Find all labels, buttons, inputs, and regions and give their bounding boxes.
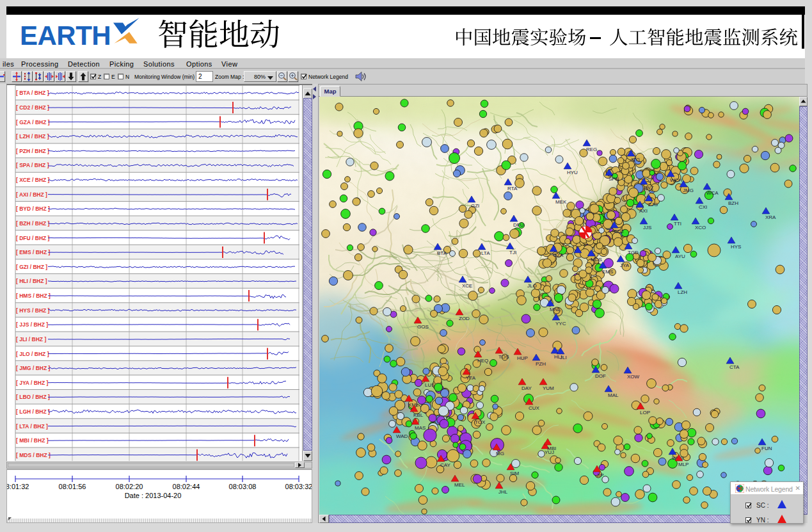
svg-text:[ BZH / BHZ ]: [ BZH / BHZ ] bbox=[16, 220, 50, 227]
svg-text:[ AXI / BHZ ]: [ AXI / BHZ ] bbox=[16, 191, 47, 198]
svg-text:MG: MG bbox=[496, 451, 504, 456]
svg-text:[ HYS / BHZ ]: [ HYS / BHZ ] bbox=[16, 307, 50, 314]
svg-text:[ BYD / BHZ ]: [ BYD / BHZ ] bbox=[16, 206, 50, 212]
svg-text:EARTH: EARTH bbox=[20, 20, 111, 48]
svg-text:[ BTA / BHZ ]: [ BTA / BHZ ] bbox=[16, 90, 49, 96]
svg-text:ZJG: ZJG bbox=[648, 202, 658, 207]
svg-text:[ EMS / BHZ ]: [ EMS / BHZ ] bbox=[16, 249, 51, 255]
svg-text:JIP: JIP bbox=[596, 472, 604, 478]
svg-text:FUN: FUN bbox=[761, 446, 772, 451]
svg-text:[ XCE / BHZ ]: [ XCE / BHZ ] bbox=[16, 177, 50, 183]
svg-text:LOP: LOP bbox=[640, 410, 650, 415]
svg-text:08:01:56: 08:01:56 bbox=[59, 483, 86, 490]
svg-text:JWZ: JWZ bbox=[643, 185, 654, 191]
svg-text:[ JMG / BHZ ]: [ JMG / BHZ ] bbox=[16, 365, 51, 371]
svg-text:HYU: HYU bbox=[567, 170, 578, 175]
svg-text:[ JJS / BHZ ]: [ JJS / BHZ ] bbox=[16, 321, 48, 328]
svg-text:[ CD2 / BHZ ]: [ CD2 / BHZ ] bbox=[16, 104, 49, 111]
svg-text:CUX: CUX bbox=[529, 405, 540, 411]
svg-text:[ LTA / BHZ ]: [ LTA / BHZ ] bbox=[16, 423, 48, 430]
svg-text:MBI: MBI bbox=[547, 446, 556, 451]
svg-text:[ JLI / BHZ ]: [ JLI / BHZ ] bbox=[16, 336, 46, 343]
svg-text:[ GZA / BHZ ]: [ GZA / BHZ ] bbox=[16, 119, 50, 125]
svg-text:WCH: WCH bbox=[670, 177, 682, 183]
svg-text:XOW: XOW bbox=[627, 374, 640, 380]
svg-text:GZA: GZA bbox=[553, 252, 564, 258]
svg-text:08:01:32: 08:01:32 bbox=[7, 483, 29, 490]
svg-text:XRA: XRA bbox=[765, 214, 776, 220]
svg-text:YUM: YUM bbox=[543, 385, 554, 391]
svg-text:CXI: CXI bbox=[699, 204, 707, 210]
svg-text:HEQ: HEQ bbox=[477, 358, 488, 364]
svg-text:JHL: JHL bbox=[498, 489, 508, 495]
svg-text:[ HMS / BHZ ]: [ HMS / BHZ ] bbox=[16, 293, 51, 299]
svg-text:HYS: HYS bbox=[731, 244, 741, 250]
svg-text:YYC: YYC bbox=[555, 321, 566, 326]
svg-text:TTI: TTI bbox=[674, 221, 681, 227]
svg-text:TJI: TJI bbox=[509, 250, 516, 255]
svg-text:HUP: HUP bbox=[517, 355, 528, 361]
svg-text:[ SPA / BHZ ]: [ SPA / BHZ ] bbox=[16, 162, 49, 168]
svg-text:DOF: DOF bbox=[595, 373, 606, 379]
svg-text:WCA: WCA bbox=[706, 190, 719, 196]
svg-text:MEK: MEK bbox=[555, 199, 567, 205]
svg-text:[ LZH / BHZ ]: [ LZH / BHZ ] bbox=[16, 133, 49, 140]
svg-text:[ MBI / BHZ ]: [ MBI / BHZ ] bbox=[16, 437, 49, 444]
svg-text:[ HLI / BHZ ]: [ HLI / BHZ ] bbox=[16, 278, 47, 284]
svg-text:[ DFU / BHZ ]: [ DFU / BHZ ] bbox=[16, 235, 50, 241]
svg-text:CD2: CD2 bbox=[614, 229, 625, 234]
svg-text:TGD: TGD bbox=[628, 250, 639, 255]
svg-text:[ JYA / BHZ ]: [ JYA / BHZ ] bbox=[16, 380, 49, 386]
svg-text:[ MDS / BHZ ]: [ MDS / BHZ ] bbox=[16, 452, 51, 458]
svg-text:08:02:44: 08:02:44 bbox=[173, 483, 200, 490]
svg-text:RTA: RTA bbox=[507, 186, 518, 191]
svg-text:MEL: MEL bbox=[454, 482, 465, 488]
svg-text:REG: REG bbox=[586, 147, 597, 152]
svg-text:JMG: JMG bbox=[683, 188, 694, 193]
svg-text:KBL: KBL bbox=[413, 412, 424, 418]
svg-text:[ JLO / BHZ ]: [ JLO / BHZ ] bbox=[16, 351, 49, 357]
svg-text:YTA: YTA bbox=[466, 375, 476, 381]
svg-text:JZG: JZG bbox=[630, 157, 640, 163]
svg-text:CTA: CTA bbox=[729, 364, 740, 370]
svg-text:[ LBO / BHZ ]: [ LBO / BHZ ] bbox=[16, 394, 50, 400]
svg-text:BTA: BTA bbox=[437, 250, 447, 256]
svg-text:DAY: DAY bbox=[521, 385, 532, 391]
svg-text:LUS: LUS bbox=[425, 382, 435, 388]
svg-text:WAD: WAD bbox=[396, 433, 408, 439]
svg-text:BZH: BZH bbox=[728, 200, 738, 206]
svg-text:LTA: LTA bbox=[481, 250, 490, 256]
svg-text:GZI: GZI bbox=[471, 203, 479, 209]
svg-text:GOS: GOS bbox=[417, 324, 429, 330]
svg-text:MAL: MAL bbox=[608, 392, 619, 398]
svg-text:EMS: EMS bbox=[602, 269, 613, 275]
svg-text:TOX: TOX bbox=[475, 419, 486, 425]
svg-text:JJS: JJS bbox=[643, 225, 651, 230]
svg-text:JLI: JLI bbox=[560, 355, 567, 360]
svg-text:XCO: XCO bbox=[695, 225, 706, 230]
svg-text:LZH: LZH bbox=[678, 289, 687, 295]
svg-text:MDS: MDS bbox=[591, 257, 602, 262]
svg-text:MNL: MNL bbox=[550, 307, 561, 312]
svg-text:Date : 2013-04-20: Date : 2013-04-20 bbox=[125, 492, 182, 499]
svg-text:TOS: TOS bbox=[498, 354, 509, 360]
svg-text:MAS: MAS bbox=[415, 425, 426, 431]
svg-text:ZOD: ZOD bbox=[459, 316, 470, 321]
svg-text:JYA: JYA bbox=[620, 262, 630, 268]
svg-text:08:02:20: 08:02:20 bbox=[116, 483, 143, 490]
svg-text:08:03:08: 08:03:08 bbox=[229, 483, 257, 490]
svg-text:08:03:32: 08:03:32 bbox=[285, 483, 312, 490]
svg-text:MLP: MLP bbox=[678, 462, 689, 467]
svg-text:DFU: DFU bbox=[513, 222, 524, 228]
svg-text:JLO: JLO bbox=[527, 283, 537, 289]
svg-text:CAY: CAY bbox=[440, 462, 451, 468]
svg-text:XCE: XCE bbox=[462, 283, 472, 289]
svg-text:SIM: SIM bbox=[510, 471, 520, 476]
svg-text:[ GZI / BHZ ]: [ GZI / BHZ ] bbox=[16, 264, 47, 270]
svg-text:AYU: AYU bbox=[675, 254, 685, 259]
svg-text:SPN: SPN bbox=[609, 176, 619, 182]
svg-text:[ PZH / BHZ ]: [ PZH / BHZ ] bbox=[16, 148, 49, 154]
svg-text:PZH: PZH bbox=[536, 361, 546, 367]
svg-text:[ LGH / BHZ ]: [ LGH / BHZ ] bbox=[16, 408, 50, 415]
svg-text:AXI: AXI bbox=[639, 208, 648, 214]
